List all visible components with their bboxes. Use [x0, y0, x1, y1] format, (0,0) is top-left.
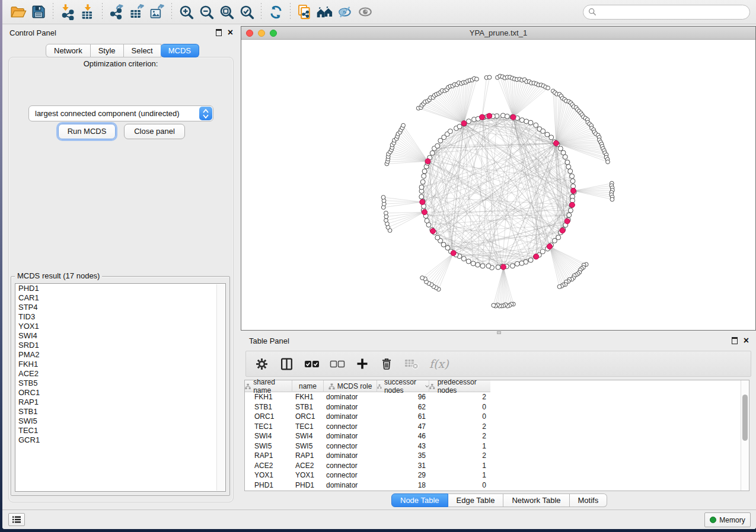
table-scrollbar-thumb[interactable]	[742, 395, 748, 441]
float-panel-icon[interactable]	[216, 29, 222, 36]
memory-button[interactable]: Memory	[704, 512, 751, 527]
unselect-all-rows-icon[interactable]	[330, 358, 345, 369]
optimization-criterion-select[interactable]: largest connected component (undirected)	[28, 105, 213, 121]
table-cell[interactable]: ORC1	[292, 412, 324, 422]
tab-mcds[interactable]: MCDS	[161, 44, 199, 57]
close-panel-button[interactable]: Close panel	[124, 124, 185, 139]
column-header-mcds-role[interactable]: MCDS role	[324, 380, 377, 392]
show-hide-icon[interactable]	[355, 2, 375, 21]
table-cell[interactable]: connector	[324, 461, 377, 471]
mcds-result-item[interactable]: RAP1	[15, 398, 225, 407]
mcds-result-item[interactable]: TID3	[15, 312, 225, 322]
tab-select[interactable]: Select	[124, 44, 161, 57]
mcds-result-item[interactable]: STB5	[15, 379, 225, 388]
mcds-result-item[interactable]: PMA2	[15, 350, 225, 360]
mcds-result-list[interactable]: PHD1CAR1STP4TID3YOX1SWI4SRD1PMA2FKH1ACE2…	[15, 283, 226, 492]
table-cell[interactable]: dominator	[324, 480, 377, 491]
table-cell[interactable]: SWI4	[245, 431, 292, 441]
table-cell[interactable]: RAP1	[245, 451, 292, 461]
table-cell[interactable]: PHD1	[292, 480, 324, 491]
table-cell[interactable]: TEC1	[245, 422, 292, 432]
column-header-shared-name[interactable]: shared name	[245, 380, 292, 392]
table-cell[interactable]: 2	[429, 392, 490, 402]
select-all-rows-icon[interactable]	[304, 358, 320, 369]
mcds-result-item[interactable]: FKH1	[15, 360, 225, 369]
tab-node-table[interactable]: Node Table	[391, 493, 448, 507]
table-cell[interactable]: FKH1	[245, 392, 292, 402]
show-all-networks-icon[interactable]	[315, 2, 335, 21]
zoom-fit-icon[interactable]	[216, 2, 237, 21]
search-input[interactable]	[599, 8, 745, 17]
column-header-predecessor-nodes[interactable]: predecessor nodes	[429, 380, 490, 392]
hide-selected-icon[interactable]	[335, 2, 355, 21]
network-graph[interactable]	[241, 40, 755, 330]
table-cell[interactable]: 0	[429, 480, 490, 491]
mcds-result-item[interactable]: STP4	[15, 303, 225, 312]
table-cell[interactable]: RAP1	[292, 451, 324, 461]
table-cell[interactable]: 0	[429, 402, 490, 412]
tab-edge-table[interactable]: Edge Table	[448, 493, 504, 507]
mcds-result-item[interactable]: YOX1	[15, 322, 225, 331]
export-network-icon[interactable]	[107, 2, 127, 21]
splitter-handle[interactable]	[497, 331, 501, 334]
table-row[interactable]: PHD1PHD1dominator180	[245, 480, 741, 491]
table-row[interactable]: ORC1ORC1dominator610	[245, 412, 741, 422]
table-row[interactable]: YOX1YOX1connector291	[245, 470, 741, 480]
table-cell[interactable]: 0	[429, 412, 490, 422]
table-cell[interactable]: 1	[429, 461, 490, 471]
table-cell[interactable]: ACE2	[292, 461, 324, 471]
mcds-result-item[interactable]: GCR1	[15, 435, 225, 445]
table-cell[interactable]: 47	[377, 422, 429, 432]
table-cell[interactable]: 1	[429, 470, 490, 480]
table-cell[interactable]: SWI5	[245, 441, 292, 451]
table-cell[interactable]: connector	[324, 441, 377, 451]
table-cell[interactable]: connector	[324, 422, 377, 432]
new-network-from-selection-icon[interactable]	[295, 2, 315, 21]
table-cell[interactable]: 43	[377, 441, 429, 451]
delete-column-icon[interactable]	[379, 357, 394, 371]
close-panel-icon[interactable]: ×	[744, 337, 749, 344]
table-cell[interactable]: 29	[377, 470, 429, 480]
show-panel-menu-button[interactable]	[8, 513, 25, 526]
table-row[interactable]: FKH1FKH1dominator962	[245, 392, 741, 402]
table-cell[interactable]: 2	[429, 451, 490, 461]
table-options-gear-icon[interactable]	[254, 357, 269, 371]
table-cell[interactable]: TEC1	[292, 422, 324, 432]
close-panel-icon[interactable]: ×	[228, 29, 233, 36]
mcds-result-item[interactable]: SWI5	[15, 416, 225, 426]
table-cell[interactable]: 46	[377, 431, 429, 441]
show-column-panel-icon[interactable]	[279, 357, 294, 371]
float-panel-icon[interactable]	[732, 337, 738, 344]
mcds-result-item[interactable]: SWI4	[15, 331, 225, 341]
table-cell[interactable]: 18	[377, 480, 429, 491]
export-table-icon[interactable]	[127, 2, 147, 21]
table-cell[interactable]: 61	[377, 412, 429, 422]
table-cell[interactable]: 31	[377, 461, 429, 471]
mcds-result-item[interactable]: PHD1	[15, 284, 225, 293]
column-header-name[interactable]: name	[292, 380, 324, 392]
table-cell[interactable]: dominator	[324, 392, 377, 402]
import-network-icon[interactable]	[58, 2, 78, 21]
table-cell[interactable]: STB1	[245, 402, 292, 412]
table-cell[interactable]: 1	[429, 441, 490, 451]
table-row[interactable]: RAP1RAP1dominator352	[245, 451, 741, 461]
table-row[interactable]: TEC1TEC1connector472	[245, 422, 741, 432]
table-cell[interactable]: dominator	[324, 431, 377, 441]
save-session-icon[interactable]	[28, 2, 49, 21]
table-cell[interactable]: YOX1	[292, 470, 324, 480]
table-cell[interactable]: ORC1	[245, 412, 292, 422]
table-row[interactable]: SWI4SWI4dominator462	[245, 431, 741, 441]
mcds-result-item[interactable]: SRD1	[15, 341, 225, 350]
zoom-out-icon[interactable]	[196, 2, 216, 21]
mcds-result-item[interactable]: TEC1	[15, 426, 225, 435]
export-image-icon[interactable]	[147, 2, 167, 21]
table-cell[interactable]: 62	[377, 402, 429, 412]
table-cell[interactable]: dominator	[324, 451, 377, 461]
run-mcds-button[interactable]: Run MCDS	[58, 124, 116, 139]
add-column-icon[interactable]	[355, 357, 369, 371]
import-table-icon[interactable]	[78, 2, 98, 21]
table-cell[interactable]: dominator	[324, 412, 377, 422]
search-field[interactable]	[583, 5, 750, 20]
table-cell[interactable]: dominator	[324, 402, 377, 412]
refresh-icon[interactable]	[266, 2, 286, 21]
